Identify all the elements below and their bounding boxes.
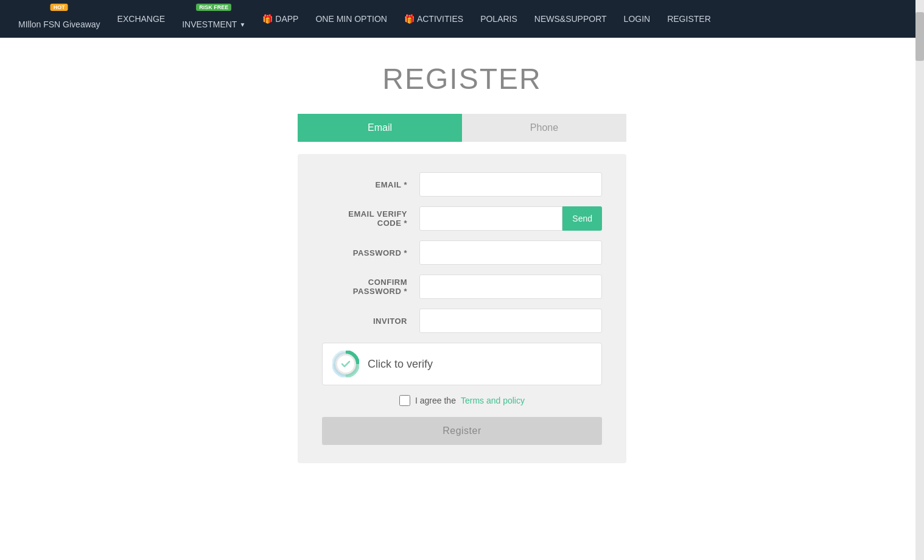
nav-label-news-support: NEWS&SUPPORT xyxy=(534,14,607,24)
page-title: REGISTER xyxy=(382,62,541,96)
nav-item-investment[interactable]: RISK FREE INVESTMENT ▼ xyxy=(173,0,254,38)
password-input[interactable] xyxy=(419,240,602,265)
confirm-password-input[interactable] xyxy=(419,275,602,299)
email-verify-label: EMAIL VERIFY CODE * xyxy=(322,209,419,228)
nav-label-one-min-option: ONE MIN OPTION xyxy=(315,14,387,24)
email-label: EMAIL * xyxy=(322,180,419,189)
verify-spinner-icon xyxy=(332,351,359,377)
invitor-label: INVITOR xyxy=(322,317,419,326)
nav-label-register: REGISTER xyxy=(667,14,711,24)
send-button[interactable]: Send xyxy=(562,206,602,231)
terms-row: I agree the Terms and policy xyxy=(322,395,602,406)
password-row: PASSWORD * xyxy=(322,240,602,265)
email-verify-row: EMAIL VERIFY CODE * Send xyxy=(322,206,602,231)
nav-item-news-support[interactable]: NEWS&SUPPORT xyxy=(526,0,615,38)
nav-label-giveaway: MIllon FSN Giveaway xyxy=(18,19,100,29)
nav-item-register[interactable]: REGISTER xyxy=(659,0,719,38)
nav-item-login[interactable]: LOGIN xyxy=(615,0,659,38)
nav-label-activities: ACTIVITIES xyxy=(417,14,463,24)
nav-item-polaris[interactable]: POLARIS xyxy=(472,0,526,38)
nav-item-dapp[interactable]: 🎁 DAPP xyxy=(254,0,307,38)
confirm-password-label: CONFIRM PASSWORD * xyxy=(322,278,419,296)
nav-label-exchange: EXCHANGE xyxy=(117,14,166,24)
email-verify-input[interactable] xyxy=(419,206,562,231)
verify-text: Click to verify xyxy=(368,358,433,371)
nav-label-login: LOGIN xyxy=(624,14,651,24)
nav-label-investment: INVESTMENT xyxy=(182,19,237,29)
nav-label-polaris: POLARIS xyxy=(480,14,517,24)
navigation: HOT MIllon FSN Giveaway EXCHANGE RISK FR… xyxy=(0,0,924,38)
activities-icon: 🎁 xyxy=(404,14,415,24)
tab-container: Email Phone xyxy=(298,114,626,142)
scrollbar-thumb[interactable] xyxy=(915,12,924,61)
risk-free-badge: RISK FREE xyxy=(196,4,231,11)
tab-email[interactable]: Email xyxy=(298,114,462,142)
main-content: REGISTER Email Phone EMAIL * EMAIL VERIF… xyxy=(0,38,924,560)
confirm-password-row: CONFIRM PASSWORD * xyxy=(322,275,602,299)
register-button[interactable]: Register xyxy=(322,417,602,445)
investment-arrow-icon: ▼ xyxy=(239,21,245,28)
svg-point-1 xyxy=(337,355,354,373)
invitor-row: INVITOR xyxy=(322,309,602,333)
nav-item-activities[interactable]: 🎁 ACTIVITIES xyxy=(396,0,472,38)
nav-item-giveaway[interactable]: HOT MIllon FSN Giveaway xyxy=(10,0,109,38)
terms-prefix: I agree the xyxy=(415,396,456,405)
nav-item-exchange[interactable]: EXCHANGE xyxy=(109,0,174,38)
invitor-input[interactable] xyxy=(419,309,602,333)
email-row: EMAIL * xyxy=(322,172,602,197)
nav-item-one-min-option[interactable]: ONE MIN OPTION xyxy=(307,0,395,38)
email-verify-input-group: Send xyxy=(419,206,602,231)
tab-phone[interactable]: Phone xyxy=(462,114,626,142)
register-form-card: EMAIL * EMAIL VERIFY CODE * Send PASSWOR… xyxy=(298,154,626,463)
dapp-icon: 🎁 xyxy=(262,14,273,24)
hot-badge: HOT xyxy=(51,4,68,11)
password-label: PASSWORD * xyxy=(322,248,419,257)
email-input[interactable] xyxy=(419,172,602,197)
verify-box[interactable]: Click to verify xyxy=(322,343,602,385)
scrollbar[interactable] xyxy=(915,0,924,560)
terms-checkbox[interactable] xyxy=(399,395,410,406)
nav-label-dapp: DAPP xyxy=(275,14,298,24)
terms-link[interactable]: Terms and policy xyxy=(461,396,525,405)
